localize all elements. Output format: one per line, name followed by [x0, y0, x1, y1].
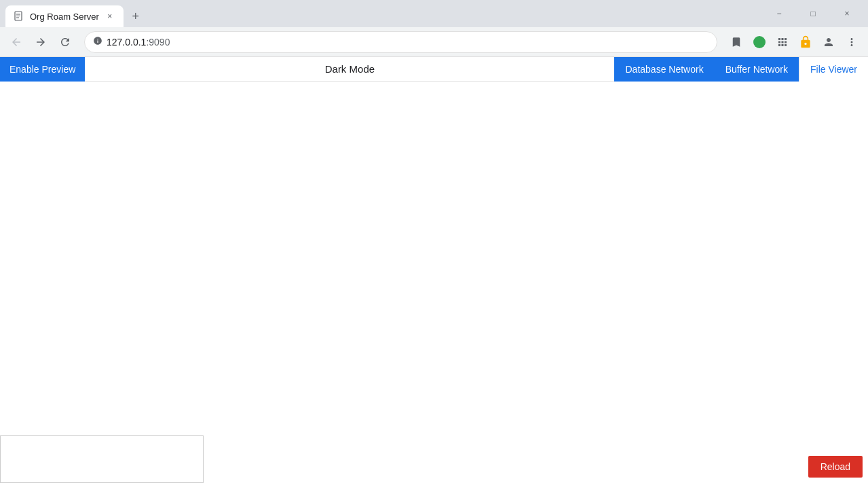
- bottom-textarea[interactable]: [0, 435, 204, 483]
- database-network-button[interactable]: Database Network: [614, 57, 714, 82]
- buffer-network-button[interactable]: Buffer Network: [715, 57, 799, 82]
- reload-browser-button[interactable]: [54, 31, 76, 53]
- more-options-button[interactable]: [841, 31, 863, 53]
- browser-toolbar: 127.0.0.1:9090: [0, 27, 868, 57]
- forward-button[interactable]: [30, 31, 52, 53]
- browser-frame: Org Roam Server × + − □ × 127.0.0.1:909: [0, 0, 868, 483]
- maximize-button[interactable]: □: [797, 3, 829, 24]
- new-tab-button[interactable]: +: [126, 7, 145, 26]
- status-indicator-button[interactable]: [749, 31, 770, 53]
- file-viewer-button[interactable]: File Viewer: [799, 57, 868, 82]
- profile-button[interactable]: [818, 31, 839, 53]
- minimize-button[interactable]: −: [763, 3, 795, 24]
- back-button[interactable]: [5, 31, 27, 53]
- main-content: Reload: [0, 82, 868, 483]
- active-tab[interactable]: Org Roam Server ×: [5, 5, 124, 27]
- reload-button[interactable]: Reload: [808, 456, 863, 478]
- app-content: Enable Preview Dark Mode Database Networ…: [0, 57, 868, 483]
- tab-title: Org Roam Server: [30, 12, 99, 22]
- bookmark-button[interactable]: [725, 31, 747, 53]
- status-dot: [753, 36, 766, 48]
- bottom-textarea-area: [0, 435, 204, 483]
- nav-right-buttons: Database Network Buffer Network File Vie…: [614, 57, 868, 81]
- tab-close-button[interactable]: ×: [105, 11, 115, 22]
- tab-strip: Org Roam Server × +: [5, 0, 761, 27]
- toolbar-icons: [725, 31, 863, 53]
- app-navbar: Enable Preview Dark Mode Database Networ…: [0, 57, 868, 82]
- apps-button[interactable]: [772, 31, 793, 53]
- extension-lock-button[interactable]: [795, 31, 816, 53]
- window-controls: − □ ×: [763, 3, 863, 24]
- dark-mode-label: Dark Mode: [85, 63, 614, 75]
- title-bar: Org Roam Server × + − □ ×: [0, 0, 868, 27]
- address-bar[interactable]: 127.0.0.1:9090: [84, 31, 717, 53]
- tab-page-icon: [14, 11, 24, 22]
- address-info-icon: [93, 36, 102, 48]
- address-text: 127.0.0.1:9090: [107, 37, 170, 48]
- enable-preview-button[interactable]: Enable Preview: [0, 57, 85, 82]
- close-button[interactable]: ×: [831, 3, 863, 24]
